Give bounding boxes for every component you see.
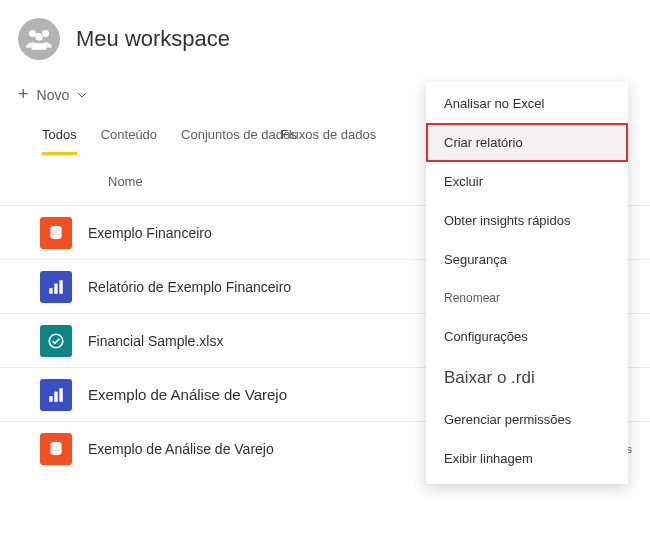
tab-dataflows[interactable]: Fluxos de dados xyxy=(281,123,376,155)
svg-rect-8 xyxy=(49,396,52,402)
svg-rect-10 xyxy=(59,388,62,402)
chevron-down-icon xyxy=(77,90,87,100)
menu-view-lineage[interactable]: Exibir linhagem xyxy=(426,439,628,478)
menu-quick-insights[interactable]: Obter insights rápidos xyxy=(426,201,628,240)
workspace-header: Meu workspace xyxy=(0,0,650,84)
people-icon xyxy=(26,28,52,50)
menu-settings[interactable]: Configurações xyxy=(426,317,628,356)
item-label[interactable]: Exemplo de Análise de Varejo xyxy=(88,441,420,457)
menu-create-report[interactable]: Criar relatório xyxy=(426,123,628,162)
menu-manage-permissions[interactable]: Gerenciar permissões xyxy=(426,400,628,439)
tab-all[interactable]: Todos xyxy=(42,123,77,155)
menu-delete[interactable]: Excluir xyxy=(426,162,628,201)
report-icon xyxy=(40,271,72,303)
svg-point-2 xyxy=(35,33,43,41)
tab-datasets[interactable]: Conjuntos de dados xyxy=(181,123,297,155)
context-menu: Analisar no Excel Criar relatório Exclui… xyxy=(426,82,628,484)
excel-icon xyxy=(40,325,72,357)
svg-rect-6 xyxy=(59,280,62,294)
svg-rect-9 xyxy=(54,391,57,401)
report-icon xyxy=(40,379,72,411)
page-title: Meu workspace xyxy=(76,26,230,52)
svg-point-3 xyxy=(50,225,61,230)
menu-analyze-excel[interactable]: Analisar no Excel xyxy=(426,84,628,123)
workspace-avatar xyxy=(18,18,60,60)
menu-rename[interactable]: Renomear xyxy=(426,279,628,317)
tab-content[interactable]: Conteúdo xyxy=(101,123,157,155)
new-button-label: Novo xyxy=(37,87,70,103)
svg-rect-4 xyxy=(49,288,52,294)
plus-icon: + xyxy=(18,84,29,105)
svg-point-1 xyxy=(42,30,49,37)
svg-point-11 xyxy=(50,441,61,446)
svg-rect-5 xyxy=(54,283,57,293)
menu-security[interactable]: Segurança xyxy=(426,240,628,279)
menu-download-rdi[interactable]: Baixar o .rdi xyxy=(426,356,628,400)
dataset-icon xyxy=(40,433,72,465)
svg-point-0 xyxy=(29,30,36,37)
new-button[interactable]: + Novo xyxy=(18,84,87,105)
dataset-icon xyxy=(40,217,72,249)
